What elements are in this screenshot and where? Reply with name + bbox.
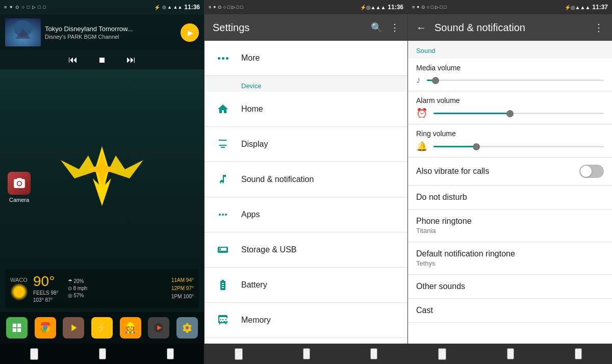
- status-icons-left-p3: ≡ ✦ ⊙ ○ □ ▷ □ □: [412, 5, 447, 10]
- apps-icon: [213, 204, 233, 225]
- dock-icon-1[interactable]: [6, 317, 28, 339]
- sound-section-label: Sound: [408, 41, 612, 59]
- dock-icon-media[interactable]: [148, 317, 169, 339]
- ring-volume-row[interactable]: 🔔: [416, 141, 604, 152]
- alarm-volume-fill: [434, 113, 510, 114]
- ring-volume-item: Ring volume 🔔: [408, 124, 612, 158]
- dock-icon-pikachu[interactable]: ⚡: [91, 317, 113, 339]
- phone-ringtone-item[interactable]: Phone ringtone Titania: [408, 210, 612, 242]
- home-label: Home: [241, 105, 263, 114]
- dock-icon-chrome[interactable]: [35, 317, 56, 339]
- ringtone-value: Titania: [416, 227, 472, 235]
- next-button[interactable]: ⏭: [126, 55, 136, 65]
- battery-label: Battery: [241, 280, 267, 290]
- settings-item-display[interactable]: Display: [205, 127, 407, 162]
- back-button-p1[interactable]: ◁: [30, 348, 38, 360]
- settings-item-sound[interactable]: Sound & notification: [205, 162, 407, 197]
- sound-icon: [213, 169, 233, 190]
- app-dock: ⚡ 👷: [0, 312, 204, 344]
- sound-title: Sound & notification: [435, 22, 594, 34]
- settings-item-home[interactable]: Home: [205, 92, 407, 127]
- bt-icon-p3: ⚡◎▲▲▲: [565, 5, 591, 10]
- bt-icon-p2: ⚡◎▲▲▲: [360, 5, 386, 10]
- status-bar-panel3: ≡ ✦ ⊙ ○ □ ▷ □ □ ⚡◎▲▲▲ 11:37: [408, 0, 612, 14]
- settings-item-apps[interactable]: Apps: [205, 197, 407, 232]
- settings-list: More Device Home Display Sound & notific…: [205, 41, 407, 344]
- media-volume-label: Media volume: [416, 64, 604, 72]
- dock-icon-minion[interactable]: 👷: [120, 317, 141, 339]
- dock-icon-settings[interactable]: [176, 317, 198, 339]
- do-not-disturb-item[interactable]: Do not disturb: [408, 186, 612, 210]
- sound-header: ← Sound & notification ⋮: [408, 14, 612, 41]
- media-controls: ⏮ ⏹ ⏭: [0, 50, 204, 69]
- weather-location-block: WACO: [10, 277, 28, 301]
- nav-bar-panel3: ◁ ○ □: [408, 344, 612, 364]
- panel-sound-notification: ≡ ✦ ⊙ ○ □ ▷ □ □ ⚡◎▲▲▲ 11:37 ← Sound & no…: [408, 0, 612, 364]
- svg-marker-12: [72, 325, 77, 331]
- settings-header: Settings 🔍 ⋮: [205, 14, 407, 41]
- home-button-p2[interactable]: ○: [303, 348, 310, 359]
- music-widget[interactable]: Tokyo Disneyland Tomorrow... Disney's PA…: [0, 14, 204, 50]
- weather-forecast: 11AM 94° 12PM 97° 1PM 100°: [171, 276, 194, 301]
- stop-button[interactable]: ⏹: [98, 56, 106, 65]
- time-panel2: 11:36: [388, 4, 403, 11]
- section-device-label: Device: [205, 76, 407, 92]
- media-volume-slider[interactable]: [427, 80, 604, 81]
- notif-ringtone-left: Default notification ringtone Tethys: [416, 249, 515, 267]
- back-button-p2[interactable]: ◁: [235, 348, 243, 360]
- notif-ringtone-value: Tethys: [416, 259, 515, 267]
- notification-ringtone-item[interactable]: Default notification ringtone Tethys: [408, 242, 612, 275]
- prev-button[interactable]: ⏮: [68, 55, 78, 65]
- dock-icon-video[interactable]: [63, 317, 84, 339]
- camera-widget[interactable]: Camera: [8, 172, 31, 203]
- ringtone-label: Phone ringtone: [416, 217, 472, 226]
- settings-more-item[interactable]: More: [205, 41, 407, 76]
- team-instinct-logo: [56, 123, 148, 215]
- settings-item-battery[interactable]: Battery: [205, 268, 407, 303]
- weather-sun-icon: [10, 283, 28, 301]
- search-icon-settings[interactable]: 🔍: [371, 22, 382, 33]
- alarm-volume-row[interactable]: ⏰: [416, 108, 604, 119]
- nav-bar-panel2: ◁ ○ □: [205, 344, 407, 364]
- dnd-left: Do not disturb: [416, 193, 467, 202]
- weather-location: WACO: [10, 277, 28, 283]
- vibrate-for-calls-item[interactable]: Also vibrate for calls: [408, 158, 612, 186]
- alarm-volume-slider[interactable]: [434, 113, 604, 114]
- other-sounds-item[interactable]: Other sounds: [408, 275, 612, 299]
- back-button-sound[interactable]: ←: [416, 22, 426, 34]
- vibrate-label: Also vibrate for calls: [416, 167, 489, 176]
- home-button-p3[interactable]: ○: [507, 348, 514, 359]
- settings-item-storage[interactable]: Storage & USB: [205, 232, 407, 268]
- recent-button-p3[interactable]: □: [575, 348, 582, 359]
- back-button-p3[interactable]: ◁: [438, 348, 446, 360]
- media-volume-item: Media volume ♪: [408, 59, 612, 91]
- play-button[interactable]: [181, 23, 199, 42]
- media-volume-row[interactable]: ♪: [416, 75, 604, 86]
- camera-icon[interactable]: [8, 172, 31, 195]
- vibrate-toggle[interactable]: [579, 165, 604, 178]
- media-volume-thumb: [432, 77, 439, 84]
- settings-item-memory[interactable]: Memory: [205, 303, 407, 338]
- ring-volume-slider[interactable]: [434, 146, 604, 147]
- signal-icons: ◎ ▲ ▲▲: [162, 5, 183, 10]
- sound-menu-icon[interactable]: ⋮: [594, 21, 604, 34]
- cast-label: Cast: [416, 306, 433, 315]
- cast-item[interactable]: Cast: [408, 299, 612, 323]
- ring-volume-label: Ring volume: [416, 129, 604, 138]
- more-label: More: [241, 54, 260, 63]
- media-volume-icon: ♪: [416, 75, 421, 86]
- recent-button-p2[interactable]: □: [370, 348, 377, 359]
- ring-volume-fill: [434, 146, 476, 147]
- battery-icon: [213, 275, 233, 295]
- toggle-knob: [580, 166, 592, 177]
- recent-button-p1[interactable]: □: [167, 348, 174, 359]
- other-sounds-label: Other sounds: [416, 282, 465, 291]
- music-info: Tokyo Disneyland Tomorrow... Disney's PA…: [45, 25, 176, 40]
- status-bar-panel1: ≡ ✦ ⊙ ○ □ ▷ □ □ ⚡ ◎ ▲ ▲▲ 11:36: [0, 0, 204, 14]
- menu-icon-settings[interactable]: ⋮: [390, 22, 399, 33]
- ringtone-left: Phone ringtone Titania: [416, 217, 472, 235]
- home-button-p1[interactable]: ○: [99, 348, 106, 359]
- weather-temp-block: 90° FEELS 98° 103° 87°: [33, 273, 59, 304]
- apps-label: Apps: [241, 210, 260, 219]
- alarm-volume-item: Alarm volume ⏰: [408, 91, 612, 124]
